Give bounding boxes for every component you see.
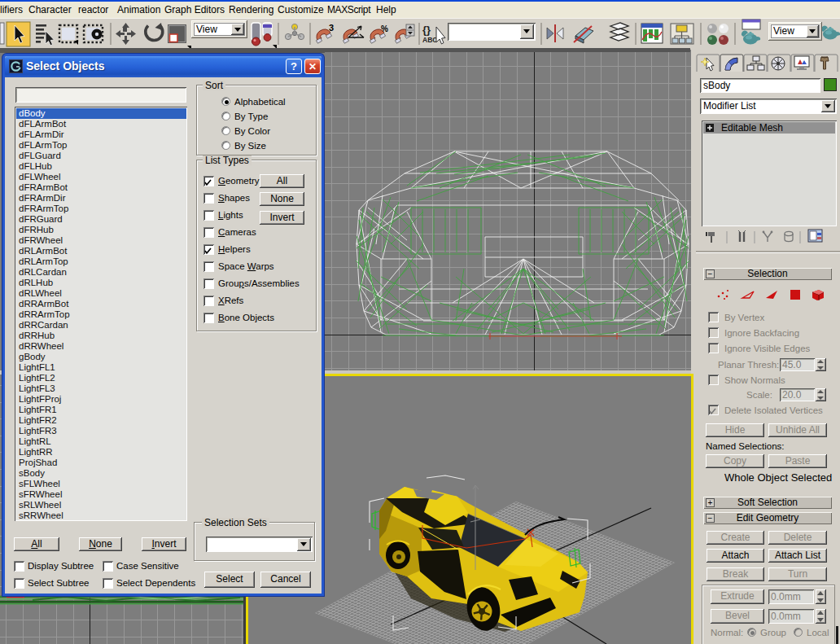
svg-text:3: 3 bbox=[329, 23, 334, 33]
svg-text:{}: {} bbox=[422, 24, 431, 36]
svg-text:%: % bbox=[381, 24, 388, 33]
svg-text:ABC: ABC bbox=[422, 36, 437, 44]
